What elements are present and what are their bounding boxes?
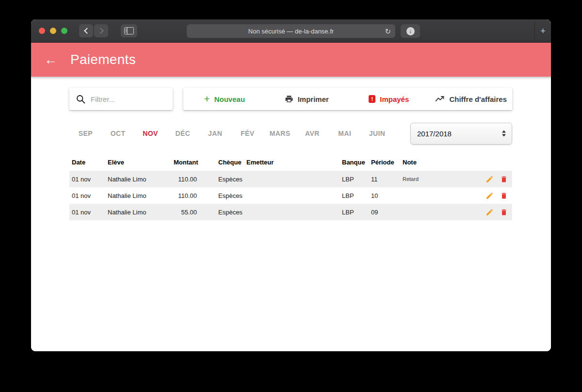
cell-emetteur xyxy=(242,171,342,187)
page-content: + Nouveau Imprimer ! Impayés xyxy=(31,77,551,351)
close-window-button[interactable] xyxy=(39,28,45,34)
tab-mars[interactable]: MARS xyxy=(264,127,296,140)
col-header-cheque: Chèque xyxy=(197,156,242,171)
printer-icon xyxy=(285,95,293,103)
plus-icon: + xyxy=(204,94,210,104)
back-arrow-icon[interactable]: ← xyxy=(44,53,57,66)
col-header-periode: Période xyxy=(371,156,403,171)
cell-date: 01 nov xyxy=(69,204,108,220)
new-button-label: Nouveau xyxy=(214,95,245,103)
tab-bar-right: + xyxy=(534,21,551,40)
print-button-label: Imprimer xyxy=(298,95,329,103)
forward-button[interactable] xyxy=(94,24,108,37)
delete-trash-icon[interactable] xyxy=(500,192,508,200)
browser-window: Non sécurisé — de-la-danse.fr ↻ ↓ + ← Pa… xyxy=(31,19,551,351)
cell-eleve: Nathalie Limo xyxy=(108,187,174,204)
col-header-banque: Banque xyxy=(342,156,371,171)
tab-juin[interactable]: JUIN xyxy=(361,127,393,140)
filter-card xyxy=(69,88,173,110)
cell-cheque: Espèces xyxy=(197,187,242,204)
revenue-button-label: Chiffre d'affaires xyxy=(449,95,507,103)
page-title: Paiements xyxy=(70,52,136,67)
cell-actions xyxy=(478,187,512,204)
alert-icon: ! xyxy=(369,95,375,103)
tab-avr[interactable]: AVR xyxy=(296,127,329,140)
cell-cheque: Espèces xyxy=(197,204,242,220)
reload-icon[interactable]: ↻ xyxy=(385,28,391,35)
url-text: Non sécurisé — de-la-danse.fr xyxy=(248,28,334,35)
new-tab-button[interactable]: + xyxy=(540,26,546,35)
unpaid-button[interactable]: ! Impayés xyxy=(348,88,430,110)
col-header-eleve: Elève xyxy=(108,156,174,171)
table-row: 01 nov Nathalie Limo 110.00 Espèces LBP … xyxy=(69,187,512,204)
cell-date: 01 nov xyxy=(69,187,108,204)
cell-emetteur xyxy=(242,187,342,204)
trend-chart-icon xyxy=(435,95,445,103)
chevron-right-icon xyxy=(97,28,104,34)
cell-montant: 110.00 xyxy=(174,187,197,204)
col-header-actions xyxy=(478,156,512,171)
payments-table: Date Elève Montant Chèque Emetteur Banqu… xyxy=(69,156,512,220)
browser-chrome: Non sécurisé — de-la-danse.fr ↻ ↓ + xyxy=(31,19,551,43)
revenue-button[interactable]: Chiffre d'affaires xyxy=(430,88,513,110)
desktop-background: Non sécurisé — de-la-danse.fr ↻ ↓ + ← Pa… xyxy=(0,0,582,392)
col-header-date: Date xyxy=(69,156,108,171)
edit-pencil-icon[interactable] xyxy=(485,175,494,183)
traffic-lights xyxy=(39,28,67,34)
search-icon xyxy=(76,94,86,104)
edit-pencil-icon[interactable] xyxy=(485,208,494,216)
cell-note: Retard xyxy=(403,171,478,187)
cell-cheque: Espèces xyxy=(197,171,242,187)
tab-dec[interactable]: DÉC xyxy=(166,127,199,140)
tab-jan[interactable]: JAN xyxy=(199,127,231,140)
month-tabs: SEP OCT NOV DÉC JAN FÉV MARS AVR MAI JUI… xyxy=(69,127,393,140)
cell-eleve: Nathalie Limo xyxy=(108,171,174,187)
actions-card: + Nouveau Imprimer ! Impayés xyxy=(183,88,512,110)
cell-actions xyxy=(478,171,512,187)
cell-banque: LBP xyxy=(342,171,371,187)
table-body: 01 nov Nathalie Limo 110.00 Espèces LBP … xyxy=(69,171,512,220)
cell-periode: 11 xyxy=(371,171,403,187)
tab-nov-active[interactable]: NOV xyxy=(134,127,167,140)
tab-oct[interactable]: OCT xyxy=(102,127,134,140)
sidebar-toggle-button[interactable] xyxy=(121,24,137,37)
download-icon: ↓ xyxy=(406,27,415,35)
print-button[interactable]: Imprimer xyxy=(266,88,348,110)
table-row: 01 nov Nathalie Limo 110.00 Espèces LBP … xyxy=(69,171,512,187)
period-row: SEP OCT NOV DÉC JAN FÉV MARS AVR MAI JUI… xyxy=(69,122,512,145)
tab-sep[interactable]: SEP xyxy=(69,127,102,140)
edit-pencil-icon[interactable] xyxy=(485,192,494,200)
toolbar-row: + Nouveau Imprimer ! Impayés xyxy=(69,88,512,110)
chevron-left-icon xyxy=(84,28,90,34)
table-header-row: Date Elève Montant Chèque Emetteur Banqu… xyxy=(69,156,512,171)
delete-trash-icon[interactable] xyxy=(500,208,508,216)
sidebar-icon xyxy=(124,27,134,34)
select-arrows-icon xyxy=(502,131,506,137)
tab-fev[interactable]: FÉV xyxy=(231,127,264,140)
back-button[interactable] xyxy=(79,24,93,37)
tab-mai[interactable]: MAI xyxy=(328,127,361,140)
cell-emetteur xyxy=(242,204,342,220)
year-select-value: 2017/2018 xyxy=(417,130,452,138)
delete-trash-icon[interactable] xyxy=(500,175,508,183)
zoom-window-button[interactable] xyxy=(61,28,67,34)
app-header: ← Paiements xyxy=(31,43,551,77)
cell-date: 01 nov xyxy=(69,171,108,187)
cell-montant: 55.00 xyxy=(174,204,197,220)
address-bar[interactable]: Non sécurisé — de-la-danse.fr ↻ xyxy=(187,24,395,38)
cell-periode: 09 xyxy=(371,204,403,220)
school-year-select[interactable]: 2017/2018 xyxy=(410,123,512,145)
downloads-button[interactable]: ↓ xyxy=(401,24,420,38)
cell-eleve: Nathalie Limo xyxy=(108,204,174,220)
cell-periode: 10 xyxy=(371,187,403,204)
cell-banque: LBP xyxy=(342,204,371,220)
col-header-emetteur: Emetteur xyxy=(242,156,342,171)
cell-montant: 110.00 xyxy=(174,171,197,187)
col-header-montant: Montant xyxy=(174,156,197,171)
minimize-window-button[interactable] xyxy=(50,28,56,34)
col-header-note: Note xyxy=(403,156,478,171)
filter-input[interactable] xyxy=(91,95,163,103)
cell-banque: LBP xyxy=(342,187,371,204)
table-row: 01 nov Nathalie Limo 55.00 Espèces LBP 0… xyxy=(69,204,512,220)
new-payment-button[interactable]: + Nouveau xyxy=(183,88,266,110)
